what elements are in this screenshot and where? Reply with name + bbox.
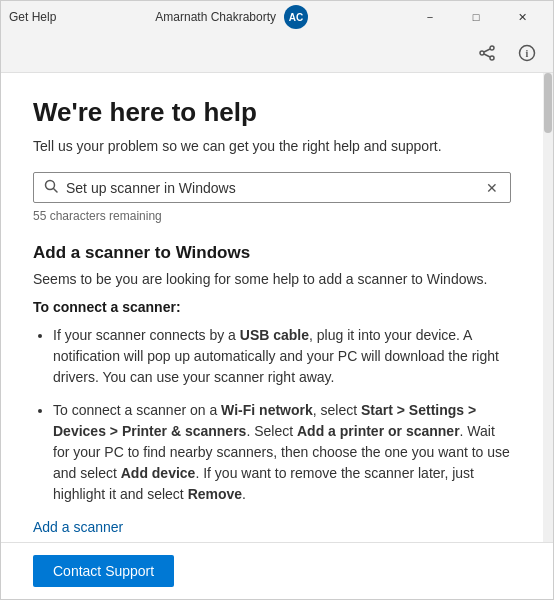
svg-line-8 [54, 189, 58, 193]
content-wrapper: We're here to help Tell us your problem … [1, 73, 553, 542]
avatar: AC [284, 5, 308, 29]
close-button[interactable]: ✕ [499, 1, 545, 33]
footer: Contact Support [1, 542, 553, 599]
toolbar: i [1, 33, 553, 73]
section-intro: Seems to be you are looking for some hel… [33, 271, 511, 287]
sub-heading: Tell us your problem so we can get you t… [33, 138, 511, 154]
info-icon[interactable]: i [513, 39, 541, 67]
main-heading: We're here to help [33, 97, 511, 128]
bullet-item-1: If your scanner connects by a USB cable,… [53, 325, 511, 388]
search-input[interactable] [66, 180, 484, 196]
add-device-text: Add device [121, 465, 196, 481]
main-content: We're here to help Tell us your problem … [1, 73, 543, 542]
add-printer-text: Add a printer or scanner [297, 423, 460, 439]
add-scanner-link[interactable]: Add a scanner [33, 519, 511, 535]
section-title: Add a scanner to Windows [33, 243, 511, 263]
contact-support-button[interactable]: Contact Support [33, 555, 174, 587]
search-box[interactable]: ✕ [33, 172, 511, 203]
window: Get Help Amarnath Chakraborty AC − □ ✕ [0, 0, 554, 600]
scrollbar-track [543, 73, 553, 542]
usb-cable-text: USB cable [240, 327, 309, 343]
chars-remaining: 55 characters remaining [33, 209, 511, 223]
search-clear-icon[interactable]: ✕ [484, 180, 500, 196]
search-icon [44, 179, 58, 196]
title-bar: Get Help Amarnath Chakraborty AC − □ ✕ [1, 1, 553, 33]
svg-line-3 [484, 49, 490, 52]
scrollbar-thumb[interactable] [544, 73, 552, 133]
wifi-network-text: Wi-Fi network [221, 402, 313, 418]
svg-point-0 [490, 46, 494, 50]
remove-text: Remove [188, 486, 242, 502]
user-name-label: Amarnath Chakraborty [155, 10, 276, 24]
app-title: Get Help [9, 10, 56, 24]
share-icon[interactable] [473, 39, 501, 67]
user-info: Amarnath Chakraborty AC [155, 5, 308, 29]
connect-label: To connect a scanner: [33, 299, 511, 315]
svg-text:i: i [526, 48, 529, 59]
bullet-list: If your scanner connects by a USB cable,… [33, 325, 511, 505]
minimize-button[interactable]: − [407, 1, 453, 33]
maximize-button[interactable]: □ [453, 1, 499, 33]
svg-point-1 [480, 51, 484, 55]
bullet-item-2: To connect a scanner on a Wi-Fi network,… [53, 400, 511, 505]
svg-line-4 [484, 54, 490, 57]
svg-point-2 [490, 56, 494, 60]
window-controls: − □ ✕ [407, 1, 545, 33]
